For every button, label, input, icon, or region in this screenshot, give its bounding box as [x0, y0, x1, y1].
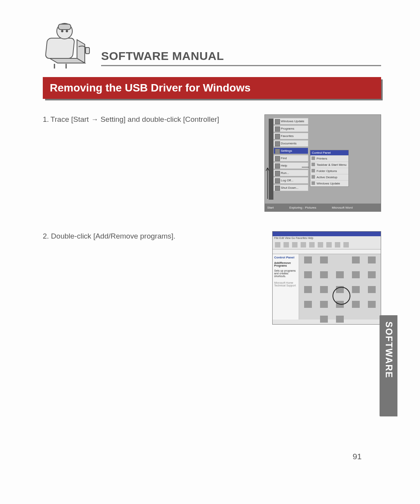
side-tab-software: SOFTWARE [380, 315, 397, 416]
submenu-item: Folder Options [310, 168, 348, 174]
cp-side-text: Add/Remove Programs [274, 262, 297, 267]
cp-side-text: Microsoft Home Technical Support [274, 281, 297, 287]
manual-title: SOFTWARE MANUAL [101, 49, 381, 63]
step-1-part-a: Trace [Start [51, 114, 89, 125]
taskbar: Start Exploring - Pictures Microsoft Wor… [265, 204, 381, 211]
step-2-text: 2. Double-click [Add/Remove programs]. [43, 231, 261, 242]
taskbar-item: Microsoft Word [332, 206, 353, 209]
svg-rect-0 [45, 38, 74, 58]
section-title-bar: Removing the USB Driver for Windows [43, 77, 381, 99]
mascot-icon [43, 16, 93, 70]
section-title: Removing the USB Driver for Windows [50, 82, 250, 94]
screenshot-start-menu: Windows Update Programs Favorites Docume… [264, 114, 381, 212]
menu-item: Help [273, 162, 308, 169]
menu-item: Run... [273, 170, 308, 176]
step-1-text: 1. Trace [Start → Setting] and double-cl… [43, 114, 253, 125]
submenu-item: Active Desktop [310, 174, 348, 180]
page-number: 91 [353, 452, 362, 461]
svg-rect-5 [86, 47, 89, 54]
svg-point-3 [61, 30, 63, 32]
submenu-item: Windows Update [310, 180, 348, 186]
menu-item: Documents [273, 140, 308, 147]
taskbar-item: Exploring - Pictures [289, 206, 316, 209]
menu-item-settings: Settings [273, 148, 308, 154]
cp-menu: File Edit View Go Favorites Help [273, 236, 381, 241]
step-1-number: 1. [43, 114, 49, 125]
menu-item: Find [273, 155, 308, 162]
submenu-header: Control Panel [310, 150, 348, 155]
menu-item: Log Off... [273, 177, 308, 184]
highlight-circle-icon [332, 287, 350, 305]
title-rule [101, 65, 381, 66]
submenu: Control Panel Printers Taskbar & Start M… [310, 150, 349, 187]
cp-side-text: Sets up programs and creates shortcuts. [274, 269, 297, 277]
svg-point-4 [66, 30, 68, 32]
svg-rect-2 [58, 24, 71, 30]
submenu-item: Taskbar & Start Menu [310, 162, 348, 168]
menu-item: Programs [273, 125, 308, 132]
screenshot-control-panel: File Edit View Go Favorites Help Control… [272, 231, 381, 325]
arrow-right-icon: → [90, 115, 99, 125]
cp-sidebar: Control Panel Add/Remove Programs Sets u… [273, 254, 299, 320]
cp-side-title: Control Panel [274, 256, 297, 259]
submenu-item: Printers [310, 155, 348, 162]
taskbar-start: Start [267, 206, 274, 209]
step-2-content: 2. Double-click [Add/Remove programs]. [43, 231, 175, 242]
step-1-part-b: Setting] and double-click [Controller] [100, 114, 219, 125]
menu-item: Windows Update [273, 118, 308, 125]
menu-item: Favorites [273, 133, 308, 139]
menu-item: Shut Down... [273, 184, 308, 191]
